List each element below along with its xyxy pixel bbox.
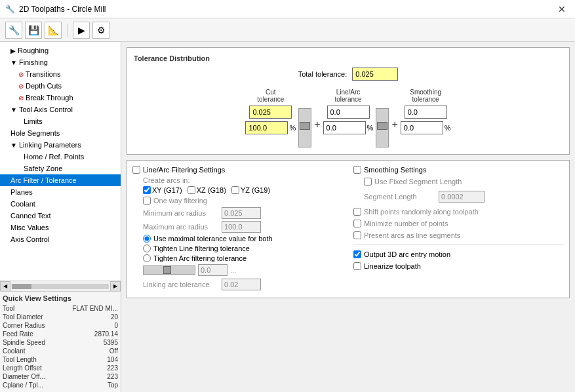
smoothing-input2[interactable] [401, 121, 443, 134]
title-bar: 🔧 2D Toolpaths - Circle Mill ✕ [0, 0, 575, 18]
use-maximal-radio[interactable] [143, 235, 151, 243]
tolerance-slider-thumb [163, 266, 171, 274]
scroll-right[interactable]: ▶ [110, 281, 121, 292]
horizontal-scrollbar[interactable]: ◀ ▶ [0, 281, 121, 291]
present-arcs-checkbox[interactable] [353, 231, 361, 239]
no-icon-3: ⊘ [18, 94, 24, 102]
tree-item-finishing[interactable]: ▼ Finishing [0, 56, 121, 68]
segment-length-input[interactable] [439, 191, 485, 203]
tool-button[interactable]: 🔧 [5, 22, 22, 39]
no-icon-2: ⊘ [18, 83, 24, 90]
cut-slider-thumb [300, 122, 310, 130]
settings-button[interactable]: ⚙ [92, 22, 109, 39]
save-button[interactable]: 💾 [25, 22, 42, 39]
tighten-line-radio[interactable] [143, 245, 151, 252]
tree-item-roughing[interactable]: ▶ Roughing [0, 45, 121, 56]
cut-tolerance-label: Cuttolerance [257, 88, 284, 103]
tree-item-limits[interactable]: Limits [0, 115, 121, 127]
cut-tolerance-input1[interactable] [249, 106, 292, 119]
qv-spindle-value: 5395 [104, 339, 118, 346]
tree-item-planes[interactable]: Planes [0, 186, 121, 198]
yz-g19-checkbox[interactable] [231, 186, 239, 194]
tree-item-canned-text[interactable]: Canned Text [0, 210, 121, 222]
max-arc-radius-label: Maximum arc radius [143, 223, 222, 231]
xz-g18-checkbox[interactable] [188, 186, 195, 194]
simulate-button[interactable]: ▶ [73, 22, 90, 39]
linearize-checkbox[interactable] [353, 262, 361, 270]
qv-tool-value: FLAT END MI... [72, 305, 118, 312]
scroll-left[interactable]: ◀ [0, 281, 10, 292]
use-fixed-segment-label: Use Fixed Segment Length [374, 178, 462, 186]
slider-dots: ... [230, 266, 236, 274]
tighten-arc-radio[interactable] [143, 254, 151, 262]
scroll-thumb[interactable] [12, 284, 31, 289]
scroll-track [12, 284, 109, 289]
close-button[interactable]: ✕ [554, 3, 570, 16]
max-arc-radius-input[interactable] [222, 221, 261, 233]
line-arc-slider[interactable] [376, 108, 389, 147]
line-arc-label: Line/Arctolerance [334, 88, 361, 103]
cut-tolerance-input2[interactable] [245, 121, 288, 134]
tree-item-home[interactable]: Home / Ref. Points [0, 151, 121, 163]
one-way-filtering-checkbox[interactable] [143, 197, 151, 205]
qv-dia-off-value: 223 [107, 373, 118, 380]
use-maximal-label: Use maximal tolerance value for both [153, 235, 273, 243]
tree-item-break-through[interactable]: ⊘ Break Through [0, 92, 121, 104]
tree-item-safety[interactable]: Safety Zone [0, 163, 121, 174]
smoothing-settings-label: Smoothing Settings [364, 166, 426, 174]
qv-cplane-value: Top [108, 382, 118, 389]
tree-item-transitions[interactable]: ⊘ Transitions [0, 68, 121, 80]
tree-item-tool-axis[interactable]: ▼ Tool Axis Control [0, 104, 121, 115]
tree-item-misc[interactable]: Misc Values [0, 222, 121, 233]
line-arc-input1[interactable] [327, 106, 370, 119]
qv-diameter-value: 20 [111, 313, 118, 321]
tighten-line-row: Tighten Line filtering tolerance [132, 245, 343, 252]
right-panel: Tolerance Distribution Total tolerance: … [121, 42, 575, 392]
tree-item-axis-control[interactable]: Axis Control [0, 233, 121, 245]
linking-arc-input[interactable] [222, 279, 261, 290]
total-tolerance-row: Total tolerance: [134, 68, 563, 81]
qv-length-offset-label: Length Offset [3, 364, 42, 372]
smoothing-input1[interactable] [405, 106, 447, 119]
present-arcs-row: Present arcs as line segments [353, 231, 564, 239]
min-arc-radius-row: Minimum arc radius [132, 207, 343, 219]
linearize-label: Linearize toolpath [364, 262, 421, 270]
tighten-line-label: Tighten Line filtering tolerance [153, 245, 250, 252]
tolerance-slider[interactable] [143, 265, 195, 275]
tree-item-linking[interactable]: ▼ Linking Parameters [0, 139, 121, 151]
line-arc-filtering-checkbox[interactable] [132, 166, 140, 174]
tree-item-hole-segments[interactable]: Hole Segments [0, 127, 121, 139]
tree-item-coolant[interactable]: Coolant [0, 198, 121, 210]
shift-points-checkbox[interactable] [353, 208, 361, 216]
line-arc-filtering-row: Line/Arc Filtering Settings [132, 166, 343, 174]
smoothing-settings-checkbox[interactable] [353, 166, 361, 174]
no-icon: ⊘ [18, 71, 24, 78]
tighten-arc-row: Tighten Arc filtering tolerance [132, 254, 343, 262]
left-panel: ▶ Roughing ▼ Finishing ⊘ Transitions ⊘ D… [0, 42, 121, 392]
qv-cplane: Cplane / Tpl... Top [3, 381, 118, 389]
minimize-points-checkbox[interactable] [353, 220, 361, 227]
qv-tool-length-value: 104 [107, 356, 118, 363]
line-arc-group: Line/Arctolerance % [323, 88, 374, 134]
one-way-filtering-label: One way filtering [153, 197, 207, 205]
min-arc-radius-input[interactable] [222, 207, 261, 219]
plus-sign-2: + [391, 119, 397, 130]
create-arcs-label: Create arcs in: [132, 176, 343, 184]
output-3d-label: Output 3D arc entry motion [364, 250, 450, 258]
output-3d-checkbox[interactable] [353, 250, 361, 258]
yz-g19-label: YZ (G19) [231, 186, 270, 194]
qv-coolant: Coolant Off [3, 347, 118, 355]
tree-item-depth-cuts[interactable]: ⊘ Depth Cuts [0, 80, 121, 92]
tree-item-arc-filter[interactable]: Arc Filter / Tolerance [0, 174, 121, 186]
use-maximal-row: Use maximal tolerance value for both [132, 235, 343, 243]
line-arc-input2[interactable] [323, 121, 366, 134]
qv-spindle-label: Spindle Speed [3, 339, 45, 346]
slider-value-input[interactable] [198, 264, 228, 276]
total-tolerance-input[interactable] [352, 68, 398, 81]
xy-g17-checkbox[interactable] [143, 186, 151, 194]
main-container: ▶ Roughing ▼ Finishing ⊘ Transitions ⊘ D… [0, 42, 575, 392]
cut-slider[interactable] [298, 108, 311, 147]
use-fixed-segment-checkbox[interactable] [364, 178, 372, 186]
toolpath-button[interactable]: 📐 [45, 22, 62, 39]
arc-checkboxes: XY (G17) XZ (G18) YZ (G19) [132, 186, 343, 194]
